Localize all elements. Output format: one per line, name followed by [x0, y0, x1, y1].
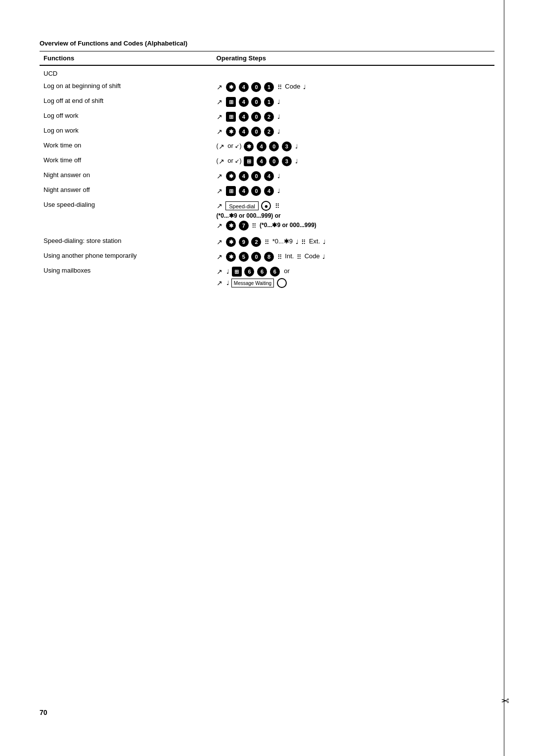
function-label: Work time on: [40, 139, 213, 154]
operating-steps: (↗ or ↙) ✱ 4 0 3 ♩: [213, 139, 494, 154]
page-container: ✂ Overview of Functions and Codes (Alpha…: [0, 0, 534, 756]
message-waiting-input: Message Waiting: [231, 279, 274, 287]
operating-steps: ↗ ✱ 5 0 8 ⠿ Int. ⠿ Code ♩: [213, 249, 494, 264]
table-row: Work time on (↗ or ↙) ✱ 4 0 3 ♩: [40, 139, 494, 154]
lift-icon: ↗: [217, 128, 222, 136]
function-label: Log on work: [40, 124, 213, 139]
operating-steps: (↗ or ↙) ⊞ 4 0 3 ♩: [213, 154, 494, 169]
operating-steps: ↗ ⊞ 4 0 1 ♩: [213, 94, 494, 109]
function-label: Work time off: [40, 154, 213, 169]
key-2: 2: [264, 112, 274, 122]
key-4: 4: [239, 127, 249, 137]
lift-icon: ↗: [219, 157, 224, 165]
key-1: 1: [264, 82, 274, 92]
right-margin-line: [503, 0, 504, 756]
function-label: Use speed-dialing: [40, 198, 213, 235]
key-hash: ⊞: [226, 112, 236, 122]
section-title: Overview of Functions and Codes (Alphabe…: [40, 40, 494, 47]
function-label: Log off work: [40, 109, 213, 124]
dtmf-icon: ⠿: [265, 238, 269, 246]
table-row: Using mailboxes ↗ ♩ ⊞ 6 6 6 or ↗ ♩ Mes: [40, 264, 494, 292]
operating-steps: ↗ ♩ ⊞ 6 6 6 or ↗ ♩ Message Waiting: [213, 264, 494, 292]
key-4: 4: [257, 142, 267, 151]
dtmf-icon: ⠿: [277, 253, 282, 261]
lift-icon: ↗: [217, 172, 222, 180]
key-0: 0: [251, 112, 261, 122]
key-9: 9: [239, 237, 249, 247]
functions-table: Functions Operating Steps UCD Log on at …: [40, 51, 494, 292]
key-4: 4: [239, 186, 249, 196]
function-label: Log off at end of shift: [40, 94, 213, 109]
table-row: Night answer off ↗ ⊞ 4 0 4 ♩: [40, 184, 494, 198]
dtmf-icon2: ⠿: [301, 238, 306, 246]
tone-icon: ♩: [277, 98, 280, 105]
table-row: Log off work ↗ ⊞ 4 0 2 ♩: [40, 109, 494, 124]
table-row: Using another phone temporarily ↗ ✱ 5 0 …: [40, 249, 494, 264]
tone-icon: ♩: [277, 173, 280, 180]
key-star: ✱: [244, 142, 254, 151]
lift-icon: ↗: [217, 98, 222, 106]
tone-icon: ♩: [277, 113, 280, 120]
dtmf-icon: ⠿: [275, 202, 280, 210]
key-0: 0: [251, 127, 261, 137]
key-3: 3: [282, 156, 292, 166]
tone-icon: ♩: [277, 188, 280, 194]
tone-icon: ♩: [303, 84, 306, 91]
lift-icon: ↗: [217, 222, 222, 230]
tone-icon: ♩: [295, 158, 298, 165]
key-5: 5: [239, 252, 249, 262]
operating-steps: ↗ Speed-dial ● ⠿ (*0...✱9 or 000...999) …: [213, 198, 494, 235]
lift-icon: ↗: [217, 187, 222, 195]
function-label: Using mailboxes: [40, 264, 213, 292]
key-0: 0: [269, 142, 279, 151]
lift-icon: ↗: [217, 279, 222, 287]
operating-steps: ↗ ✱ 4 0 2 ♩: [213, 124, 494, 139]
dtmf-icon: ⠿: [277, 84, 282, 91]
key-0: 0: [251, 82, 261, 92]
table-row: Work time off (↗ or ↙) ⊞ 4 0 3 ♩: [40, 154, 494, 169]
tone-icon: ♩: [295, 143, 298, 150]
tone-icon: ♩: [226, 268, 229, 275]
lift-icon: ↗: [217, 268, 222, 276]
ucd-label: UCD: [40, 65, 213, 80]
ok-button-icon: ●: [261, 201, 271, 211]
operating-steps: ↗ ✱ 4 0 1 ⠿ Code ♩: [213, 80, 494, 94]
key-4: 4: [239, 82, 249, 92]
dtmf-icon: ⠿: [252, 222, 257, 230]
table-row: Log off at end of shift ↗ ⊞ 4 0 1 ♩: [40, 94, 494, 109]
lift-icon: ↗: [217, 253, 222, 261]
key-hash: ⊞: [244, 156, 254, 166]
key-4: 4: [257, 156, 267, 166]
operating-steps: ↗ ⊞ 4 0 4 ♩: [213, 184, 494, 198]
key-3: 3: [282, 142, 292, 151]
dtmf-icon2: ⠿: [297, 253, 302, 261]
key-hash: ⊞: [226, 97, 236, 107]
tone-icon: ♩: [277, 128, 280, 135]
tone-icon: ♩: [296, 238, 299, 245]
scissors-icon: ✂: [501, 695, 509, 707]
key-star: ✱: [226, 237, 236, 247]
key-hash: ⊞: [226, 186, 236, 196]
table-row: Log on at beginning of shift ↗ ✱ 4 0 1 ⠿…: [40, 80, 494, 94]
tone-icon: ♩: [226, 280, 229, 286]
key-star: ✱: [226, 127, 236, 137]
speed-dial-input: Speed-dial: [225, 201, 259, 210]
key-4: 4: [239, 171, 249, 181]
key-6c: 6: [270, 267, 280, 277]
key-4: 4: [264, 186, 274, 196]
col-header-steps: Operating Steps: [213, 51, 494, 66]
key-6b: 6: [257, 267, 267, 277]
lift-icon: ↗: [217, 238, 222, 246]
operating-steps: ↗ ⊞ 4 0 2 ♩: [213, 109, 494, 124]
table-row: Use speed-dialing ↗ Speed-dial ● ⠿ (*0..…: [40, 198, 494, 235]
key-6a: 6: [244, 267, 254, 277]
key-1: 1: [264, 97, 274, 107]
tone-icon: ♩: [322, 253, 325, 260]
key-0: 0: [251, 171, 261, 181]
function-label: Log on at beginning of shift: [40, 80, 213, 94]
table-row: Speed-dialing: store station ↗ ✱ 9 2 ⠿ *…: [40, 235, 494, 249]
key-4: 4: [264, 171, 274, 181]
lift-icon: ↗: [217, 83, 222, 91]
operating-steps: ↗ ✱ 4 0 4 ♩: [213, 169, 494, 184]
table-row: Log on work ↗ ✱ 4 0 2 ♩: [40, 124, 494, 139]
